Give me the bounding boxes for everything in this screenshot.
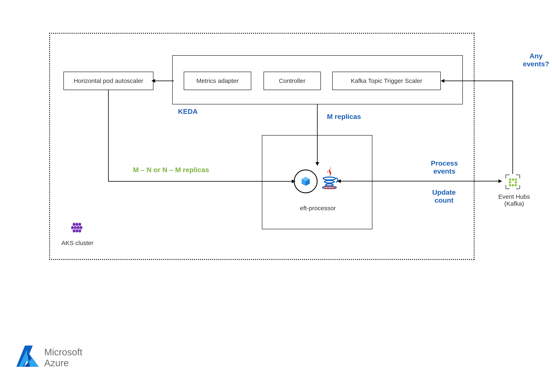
svg-marker-7 xyxy=(73,229,75,232)
svg-point-18 xyxy=(324,181,334,183)
svg-marker-3 xyxy=(71,226,74,229)
keda-controller-label: Controller xyxy=(279,77,305,84)
arrow-eventhubs-to-scaler xyxy=(441,78,516,174)
svg-rect-33 xyxy=(515,184,517,186)
svg-marker-11 xyxy=(152,79,155,83)
svg-marker-5 xyxy=(77,226,79,229)
arrow-keda-to-hpa xyxy=(152,78,174,84)
update-count-label: Update count xyxy=(426,188,462,204)
svg-marker-9 xyxy=(79,229,81,232)
azure-logo-icon xyxy=(16,344,41,368)
keda-metrics-adapter-label: Metrics adapter xyxy=(196,77,239,84)
svg-rect-26 xyxy=(509,178,511,181)
svg-marker-4 xyxy=(74,226,76,229)
event-hubs-icon xyxy=(505,174,520,189)
svg-marker-23 xyxy=(337,179,341,183)
svg-marker-2 xyxy=(79,223,81,226)
azure-logo-text: Microsoft Azure xyxy=(44,347,83,368)
svg-marker-8 xyxy=(76,229,78,232)
svg-point-17 xyxy=(323,177,336,180)
svg-marker-6 xyxy=(80,226,82,229)
java-text: Java xyxy=(323,184,335,191)
svg-marker-21 xyxy=(292,180,296,183)
svg-marker-25 xyxy=(441,79,444,83)
svg-marker-0 xyxy=(73,223,75,226)
svg-rect-30 xyxy=(515,181,517,183)
svg-rect-32 xyxy=(512,184,514,186)
svg-marker-24 xyxy=(498,179,502,183)
svg-rect-31 xyxy=(509,184,511,186)
eft-processor-label: eft-processor xyxy=(300,205,336,212)
aks-cluster-label: AKS cluster xyxy=(61,239,94,246)
svg-rect-29 xyxy=(509,181,511,183)
hpa-box: Horizontal pod autoscaler xyxy=(63,72,153,90)
aks-cluster-icon xyxy=(71,221,84,233)
event-hubs-label: Event Hubs (Kafka) xyxy=(497,193,531,207)
svg-rect-27 xyxy=(512,178,514,181)
svg-marker-1 xyxy=(76,223,78,226)
kube-circle-icon xyxy=(294,169,317,193)
arrow-eft-eventhubs xyxy=(337,178,502,184)
keda-scaler-label: Kafka Topic Trigger Scaler xyxy=(351,77,422,84)
any-events-label: Any events? xyxy=(520,52,552,68)
keda-metrics-adapter-box: Metrics adapter xyxy=(184,72,251,90)
hpa-replicas-label: M – N or N – M replicas xyxy=(133,166,209,174)
svg-rect-28 xyxy=(515,178,517,181)
keda-scaler-box: Kafka Topic Trigger Scaler xyxy=(332,72,441,90)
keda-controller-box: Controller xyxy=(263,72,321,90)
hpa-label: Horizontal pod autoscaler xyxy=(74,77,143,84)
m-replicas-label: M replicas xyxy=(327,112,361,120)
